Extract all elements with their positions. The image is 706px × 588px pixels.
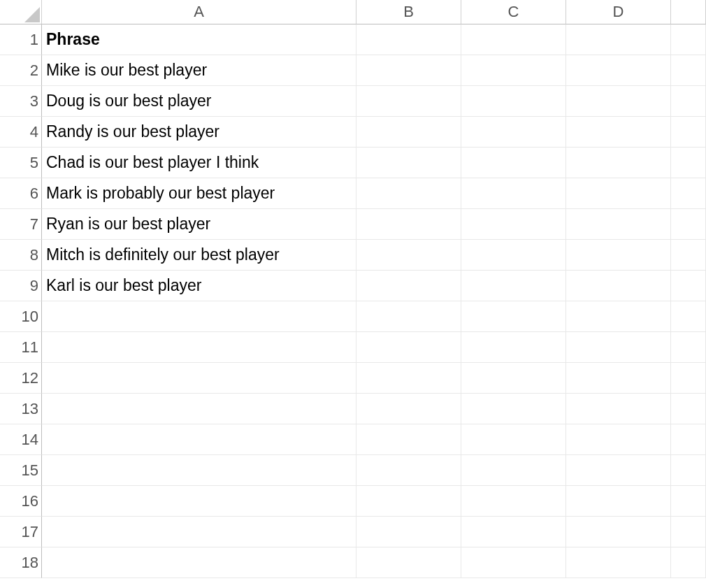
cell-C16[interactable] — [461, 486, 566, 517]
cell-C1[interactable] — [461, 24, 566, 55]
cell-E3[interactable] — [671, 86, 706, 117]
cell-B14[interactable] — [356, 424, 461, 455]
cell-A16[interactable] — [42, 486, 356, 517]
column-header-C[interactable]: C — [461, 0, 566, 24]
row-header-2[interactable]: 2 — [0, 55, 42, 86]
cell-D6[interactable] — [566, 178, 671, 209]
cell-C7[interactable] — [461, 209, 566, 240]
column-header-D[interactable]: D — [566, 0, 671, 24]
cell-A2[interactable]: Mike is our best player — [42, 55, 356, 86]
cell-D8[interactable] — [566, 240, 671, 271]
cell-A7[interactable]: Ryan is our best player — [42, 209, 356, 240]
cell-B8[interactable] — [356, 240, 461, 271]
cell-A12[interactable] — [42, 363, 356, 394]
row-header-7[interactable]: 7 — [0, 209, 42, 240]
cell-B5[interactable] — [356, 148, 461, 178]
cell-A8[interactable]: Mitch is definitely our best player — [42, 240, 356, 271]
column-header-A[interactable]: A — [42, 0, 356, 24]
cell-B4[interactable] — [356, 117, 461, 148]
cell-C2[interactable] — [461, 55, 566, 86]
cell-D2[interactable] — [566, 55, 671, 86]
cell-B11[interactable] — [356, 332, 461, 363]
cell-B12[interactable] — [356, 363, 461, 394]
cell-A1[interactable]: Phrase — [42, 24, 356, 55]
cell-D15[interactable] — [566, 455, 671, 486]
row-header-10[interactable]: 10 — [0, 301, 42, 332]
cell-C8[interactable] — [461, 240, 566, 271]
cell-A18[interactable] — [42, 547, 356, 578]
cell-D16[interactable] — [566, 486, 671, 517]
cell-C14[interactable] — [461, 424, 566, 455]
column-header-B[interactable]: B — [356, 0, 461, 24]
cell-E16[interactable] — [671, 486, 706, 517]
cell-B3[interactable] — [356, 86, 461, 117]
cell-C5[interactable] — [461, 148, 566, 178]
cell-B2[interactable] — [356, 55, 461, 86]
cell-D17[interactable] — [566, 517, 671, 547]
column-header-partial[interactable] — [671, 0, 706, 24]
cell-D3[interactable] — [566, 86, 671, 117]
cell-E6[interactable] — [671, 178, 706, 209]
cell-D4[interactable] — [566, 117, 671, 148]
cell-A5[interactable]: Chad is our best player I think — [42, 148, 356, 178]
cell-D14[interactable] — [566, 424, 671, 455]
cell-A13[interactable] — [42, 394, 356, 424]
cell-E17[interactable] — [671, 517, 706, 547]
cell-B13[interactable] — [356, 394, 461, 424]
cell-E9[interactable] — [671, 271, 706, 301]
cell-B7[interactable] — [356, 209, 461, 240]
row-header-9[interactable]: 9 — [0, 271, 42, 301]
row-header-3[interactable]: 3 — [0, 86, 42, 117]
cell-C18[interactable] — [461, 547, 566, 578]
cell-A15[interactable] — [42, 455, 356, 486]
cell-B6[interactable] — [356, 178, 461, 209]
cell-A3[interactable]: Doug is our best player — [42, 86, 356, 117]
row-header-5[interactable]: 5 — [0, 148, 42, 178]
cell-B10[interactable] — [356, 301, 461, 332]
cell-A11[interactable] — [42, 332, 356, 363]
cell-D1[interactable] — [566, 24, 671, 55]
cell-D12[interactable] — [566, 363, 671, 394]
cell-E8[interactable] — [671, 240, 706, 271]
cell-D7[interactable] — [566, 209, 671, 240]
row-header-14[interactable]: 14 — [0, 424, 42, 455]
cell-D9[interactable] — [566, 271, 671, 301]
cell-C4[interactable] — [461, 117, 566, 148]
cell-D18[interactable] — [566, 547, 671, 578]
row-header-15[interactable]: 15 — [0, 455, 42, 486]
cell-C9[interactable] — [461, 271, 566, 301]
cell-D10[interactable] — [566, 301, 671, 332]
row-header-11[interactable]: 11 — [0, 332, 42, 363]
cell-B17[interactable] — [356, 517, 461, 547]
cell-E10[interactable] — [671, 301, 706, 332]
cell-C13[interactable] — [461, 394, 566, 424]
row-header-12[interactable]: 12 — [0, 363, 42, 394]
select-all-corner[interactable] — [0, 0, 42, 24]
cell-C15[interactable] — [461, 455, 566, 486]
cell-A17[interactable] — [42, 517, 356, 547]
row-header-13[interactable]: 13 — [0, 394, 42, 424]
cell-E5[interactable] — [671, 148, 706, 178]
row-header-1[interactable]: 1 — [0, 24, 42, 55]
cell-E18[interactable] — [671, 547, 706, 578]
row-header-18[interactable]: 18 — [0, 547, 42, 578]
cell-D13[interactable] — [566, 394, 671, 424]
cell-B1[interactable] — [356, 24, 461, 55]
row-header-17[interactable]: 17 — [0, 517, 42, 547]
cell-C3[interactable] — [461, 86, 566, 117]
cell-E11[interactable] — [671, 332, 706, 363]
cell-B15[interactable] — [356, 455, 461, 486]
cell-D5[interactable] — [566, 148, 671, 178]
cell-A14[interactable] — [42, 424, 356, 455]
cell-E2[interactable] — [671, 55, 706, 86]
row-header-4[interactable]: 4 — [0, 117, 42, 148]
row-header-6[interactable]: 6 — [0, 178, 42, 209]
cell-B9[interactable] — [356, 271, 461, 301]
cell-A9[interactable]: Karl is our best player — [42, 271, 356, 301]
cell-E7[interactable] — [671, 209, 706, 240]
cell-A4[interactable]: Randy is our best player — [42, 117, 356, 148]
cell-C11[interactable] — [461, 332, 566, 363]
cell-E13[interactable] — [671, 394, 706, 424]
cell-A6[interactable]: Mark is probably our best player — [42, 178, 356, 209]
row-header-16[interactable]: 16 — [0, 486, 42, 517]
